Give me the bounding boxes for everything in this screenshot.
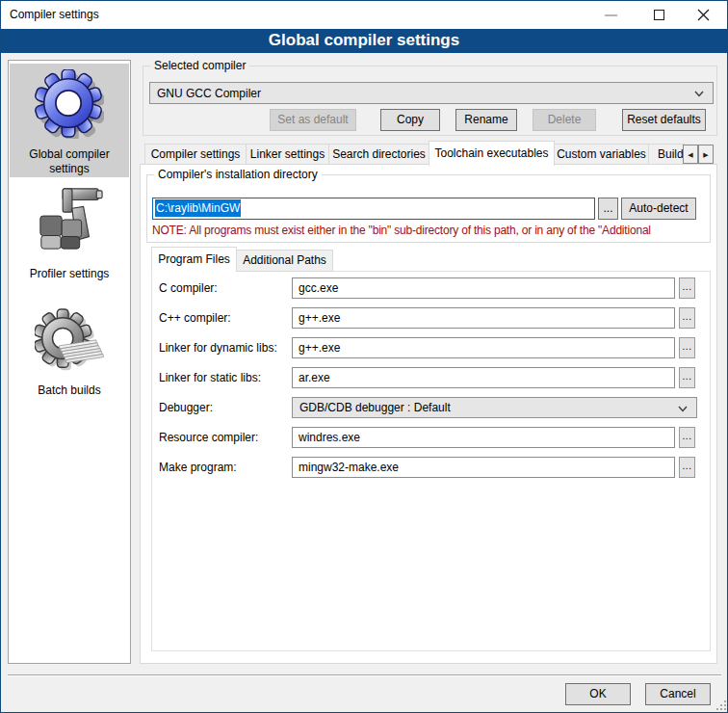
installation-directory-input[interactable]: C:\raylib\MinGW (152, 198, 595, 220)
linker-static-browse-button[interactable]: ... (679, 367, 695, 388)
debugger-select[interactable]: GDB/CDB debugger : Default (292, 397, 697, 418)
window-title: Compiler settings (10, 1, 99, 29)
set-as-default-button[interactable]: Set as default (270, 109, 356, 131)
debugger-label: Debugger: (159, 397, 290, 418)
sidebar-item-batch-builds[interactable]: Batch builds (9, 306, 130, 398)
c-compiler-label: C compiler: (159, 277, 290, 299)
cpp-compiler-browse-button[interactable]: ... (679, 307, 695, 329)
subtab-additional-paths[interactable]: Additional Paths (236, 250, 333, 272)
compiler-settings-dialog: Compiler settings Global compiler settin… (0, 0, 728, 713)
title-bar: Compiler settings (1, 1, 727, 29)
cancel-button[interactable]: Cancel (645, 683, 711, 705)
gear-stack-icon (35, 308, 104, 378)
selected-compiler-group-label: Selected compiler (150, 59, 249, 73)
dialog-header: Global compiler settings (1, 29, 727, 53)
minimize-icon (605, 14, 617, 16)
debugger-select-value: GDB/CDB debugger : Default (299, 401, 451, 414)
linker-static-input[interactable] (292, 367, 675, 388)
chevron-down-icon (678, 406, 688, 412)
c-compiler-input[interactable] (292, 277, 675, 299)
cpp-compiler-label: C++ compiler: (159, 307, 290, 329)
close-button[interactable] (689, 1, 717, 29)
maximize-button[interactable] (644, 1, 673, 29)
linker-dynamic-browse-button[interactable]: ... (679, 337, 695, 358)
footer-divider-highlight (8, 675, 721, 676)
directory-note: NOTE: All programs must exist either in … (152, 224, 697, 238)
sidebar-item-global-compiler-settings[interactable]: Global compiler settings (9, 64, 130, 177)
compiler-select[interactable]: GNU GCC Compiler (149, 82, 714, 104)
installation-directory-value: C:\raylib\MinGW (155, 199, 241, 217)
resource-compiler-input[interactable] (292, 427, 675, 448)
autodetect-button[interactable]: Auto-detect (621, 198, 696, 220)
tab-compiler-settings[interactable]: Compiler settings (144, 144, 247, 165)
sidebar-item-profiler-settings[interactable]: Profiler settings (9, 182, 130, 283)
c-compiler-browse-button[interactable]: ... (679, 277, 695, 299)
linker-dynamic-input[interactable] (292, 337, 675, 358)
reset-defaults-button[interactable]: Reset defaults (622, 109, 706, 131)
maximize-icon (654, 10, 664, 20)
tab-scroll-right-button[interactable]: ▶ (698, 145, 714, 164)
resource-compiler-browse-button[interactable]: ... (679, 427, 695, 448)
ok-button[interactable]: OK (565, 683, 631, 705)
minimize-button[interactable] (596, 1, 625, 29)
sidebar-item-label: Profiler settings (9, 267, 130, 281)
browse-directory-button[interactable]: ... (598, 198, 618, 220)
rename-button[interactable]: Rename (455, 109, 517, 131)
tab-custom-variables[interactable]: Custom variables (554, 144, 649, 165)
sidebar: Global compiler settings (8, 60, 131, 664)
delete-button[interactable]: Delete (533, 109, 596, 131)
gear-blue-icon (35, 69, 104, 139)
installation-directory-group-label: Compiler's installation directory (154, 168, 322, 182)
copy-button[interactable]: Copy (380, 109, 440, 131)
compiler-select-value: GNU GCC Compiler (157, 87, 261, 100)
resize-grip[interactable] (715, 697, 726, 710)
linker-static-label: Linker for static libs: (159, 367, 290, 388)
tab-build-options[interactable]: Build options (648, 144, 685, 165)
chevron-down-icon (694, 91, 704, 97)
sidebar-item-label: Batch builds (9, 383, 130, 398)
caliper-icon (35, 184, 104, 253)
make-program-input[interactable] (292, 457, 675, 478)
tab-scroll-left-button[interactable]: ◀ (683, 145, 698, 164)
tab-toolchain-executables[interactable]: Toolchain executables (429, 141, 555, 166)
close-icon (697, 9, 710, 21)
tab-linker-settings[interactable]: Linker settings (246, 144, 329, 165)
subtab-program-files[interactable]: Program Files (151, 247, 237, 272)
resource-compiler-label: Resource compiler: (159, 427, 290, 448)
make-program-label: Make program: (159, 457, 290, 478)
linker-dynamic-label: Linker for dynamic libs: (159, 337, 290, 358)
sidebar-item-label: Global compiler settings (9, 147, 130, 176)
cpp-compiler-input[interactable] (292, 307, 675, 329)
make-program-browse-button[interactable]: ... (679, 457, 695, 478)
tab-search-directories[interactable]: Search directories (328, 144, 429, 165)
